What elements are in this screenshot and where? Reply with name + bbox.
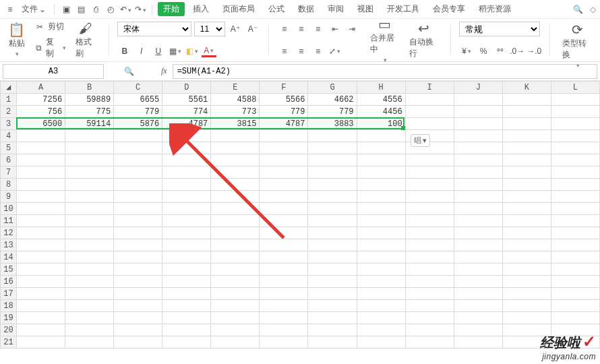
cell[interactable] bbox=[114, 166, 162, 179]
cell[interactable] bbox=[114, 324, 162, 336]
orientation-icon[interactable]: ⤢ bbox=[328, 44, 342, 59]
copy-button[interactable]: ⧉ 复制 bbox=[32, 36, 69, 60]
cell[interactable]: 7256 bbox=[17, 94, 65, 106]
cell[interactable] bbox=[162, 239, 211, 251]
cell[interactable] bbox=[502, 264, 551, 276]
cell[interactable] bbox=[211, 288, 260, 300]
save-icon[interactable]: ▣ bbox=[60, 5, 72, 14]
align-top-icon[interactable]: ≡ bbox=[277, 22, 292, 36]
cell[interactable] bbox=[65, 324, 114, 336]
menu-icon[interactable]: ≡ bbox=[4, 5, 16, 14]
cell[interactable] bbox=[17, 276, 65, 288]
wrap-text-button[interactable]: ↩ 自动换行 bbox=[405, 20, 442, 61]
row-header[interactable]: 9 bbox=[1, 191, 17, 203]
cell[interactable] bbox=[454, 203, 502, 215]
cell[interactable] bbox=[114, 203, 162, 215]
tab-resources[interactable]: 稻壳资源 bbox=[473, 2, 516, 16]
underline-button[interactable]: U bbox=[151, 44, 166, 59]
cell[interactable] bbox=[454, 264, 502, 276]
cell[interactable] bbox=[551, 142, 599, 154]
cell[interactable] bbox=[162, 251, 211, 264]
cell[interactable] bbox=[308, 336, 357, 348]
cell[interactable] bbox=[502, 94, 551, 106]
cell[interactable] bbox=[357, 142, 405, 154]
cell[interactable] bbox=[405, 288, 454, 300]
tab-data[interactable]: 数据 bbox=[293, 2, 320, 16]
cell[interactable] bbox=[17, 203, 65, 215]
cell[interactable]: 773 bbox=[211, 106, 260, 118]
cell[interactable] bbox=[211, 191, 260, 203]
cell[interactable] bbox=[551, 215, 599, 227]
cell[interactable] bbox=[551, 191, 599, 203]
cell[interactable]: 4787 bbox=[162, 118, 211, 130]
cell[interactable] bbox=[260, 191, 308, 203]
cell[interactable] bbox=[65, 276, 114, 288]
cell[interactable] bbox=[454, 312, 502, 324]
cell[interactable] bbox=[260, 215, 308, 227]
cell[interactable] bbox=[211, 300, 260, 312]
cell[interactable] bbox=[454, 336, 502, 348]
cell[interactable] bbox=[65, 227, 114, 239]
col-header[interactable]: B bbox=[65, 82, 114, 94]
cell[interactable] bbox=[308, 154, 357, 166]
row-header[interactable]: 12 bbox=[1, 227, 17, 239]
cell[interactable] bbox=[357, 130, 405, 142]
align-middle-icon[interactable]: ≡ bbox=[294, 22, 309, 36]
cell[interactable] bbox=[405, 94, 454, 106]
cell[interactable] bbox=[405, 154, 454, 166]
cell[interactable] bbox=[162, 336, 211, 348]
cell[interactable] bbox=[211, 336, 260, 348]
cell[interactable] bbox=[162, 203, 211, 215]
cell[interactable] bbox=[162, 276, 211, 288]
row-header[interactable]: 4 bbox=[1, 130, 17, 142]
cell[interactable] bbox=[114, 312, 162, 324]
cell[interactable] bbox=[17, 324, 65, 336]
cell[interactable] bbox=[260, 264, 308, 276]
col-header[interactable]: I bbox=[405, 82, 454, 94]
cell[interactable] bbox=[17, 264, 65, 276]
cell[interactable] bbox=[17, 239, 65, 251]
cell[interactable] bbox=[260, 239, 308, 251]
row-header[interactable]: 3 bbox=[1, 118, 17, 130]
cell[interactable] bbox=[454, 154, 502, 166]
cell[interactable] bbox=[308, 166, 357, 179]
cell[interactable] bbox=[357, 215, 405, 227]
sheet-grid[interactable]: ◢ A B C D E F G H I J K L 17256598896655… bbox=[0, 81, 600, 348]
cell[interactable] bbox=[114, 239, 162, 251]
smart-tag-button[interactable]: 晿▾ bbox=[411, 134, 430, 147]
cell[interactable] bbox=[308, 300, 357, 312]
cell[interactable] bbox=[260, 324, 308, 336]
cell[interactable] bbox=[260, 166, 308, 179]
cell[interactable] bbox=[211, 154, 260, 166]
italic-button[interactable]: I bbox=[134, 44, 149, 59]
cell[interactable] bbox=[357, 276, 405, 288]
cell[interactable] bbox=[65, 215, 114, 227]
cell[interactable] bbox=[65, 336, 114, 348]
cell[interactable] bbox=[454, 276, 502, 288]
cell[interactable] bbox=[454, 239, 502, 251]
row-header[interactable]: 20 bbox=[1, 324, 17, 336]
row-header[interactable]: 19 bbox=[1, 312, 17, 324]
col-header[interactable]: L bbox=[551, 82, 599, 94]
cell[interactable] bbox=[551, 264, 599, 276]
cell[interactable] bbox=[260, 142, 308, 154]
cell[interactable] bbox=[357, 191, 405, 203]
cell[interactable] bbox=[551, 94, 599, 106]
cell[interactable]: 59889 bbox=[65, 94, 114, 106]
cell[interactable] bbox=[17, 142, 65, 154]
cell[interactable] bbox=[357, 312, 405, 324]
font-size-select[interactable]: 11 bbox=[194, 22, 225, 36]
cell[interactable] bbox=[308, 130, 357, 142]
row-header[interactable]: 14 bbox=[1, 251, 17, 264]
cell[interactable] bbox=[114, 154, 162, 166]
col-header[interactable]: J bbox=[454, 82, 502, 94]
cell[interactable] bbox=[17, 288, 65, 300]
cell[interactable]: 6500 bbox=[17, 118, 65, 130]
cell[interactable] bbox=[114, 264, 162, 276]
tab-formula[interactable]: 公式 bbox=[263, 2, 290, 16]
tab-start[interactable]: 开始 bbox=[158, 2, 185, 16]
cell[interactable] bbox=[502, 239, 551, 251]
col-header[interactable]: H bbox=[357, 82, 405, 94]
file-menu[interactable]: 文件 ⌄ bbox=[19, 2, 49, 16]
cell[interactable] bbox=[114, 142, 162, 154]
